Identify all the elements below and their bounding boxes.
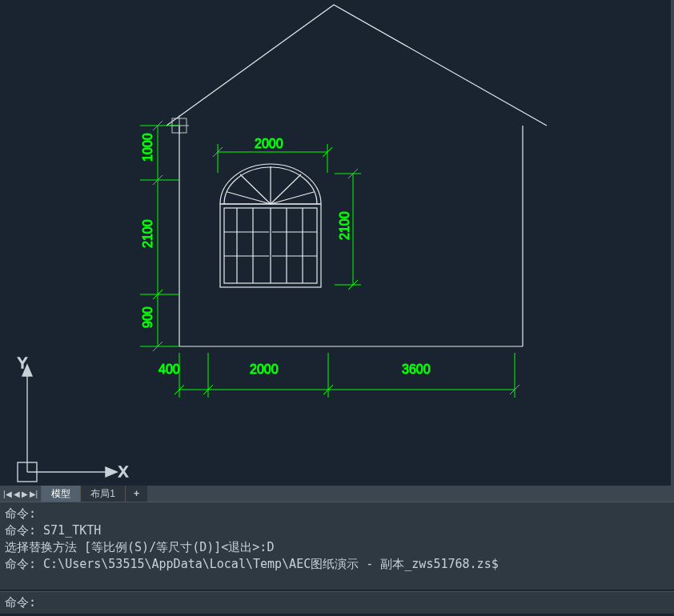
dim-left-stack: 1000 2100 900	[140, 121, 179, 351]
dim-top-width-value: 2000	[255, 137, 283, 150]
tab-add[interactable]: +	[125, 486, 147, 502]
cmd-line-2: 命令: S71_TKTH	[5, 522, 669, 539]
command-history: 命令: 命令: S71_TKTH 选择替换方法 [等比例(S)/等尺寸(D)]<…	[0, 502, 674, 590]
tab-nav: |◀ ◀ ▶ ▶|	[0, 486, 41, 502]
drawing-canvas[interactable]: 2000 2100 1000	[0, 0, 674, 486]
dim-left-middle-value: 2100	[141, 219, 154, 248]
dim-left-lower-value: 900	[141, 306, 154, 328]
layout-tabbar: |◀ ◀ ▶ ▶| 模型 布局1 +	[0, 486, 674, 502]
ucs-icon: Y X	[18, 355, 128, 482]
tab-model[interactable]: 模型	[41, 486, 80, 502]
window-block	[220, 164, 321, 287]
viewport-scrollbar[interactable]	[671, 0, 674, 486]
tab-nav-prev-icon[interactable]: ◀	[14, 490, 20, 498]
tab-add-label: +	[134, 488, 139, 499]
command-input[interactable]: 命令:	[0, 591, 674, 614]
tab-nav-last-icon[interactable]: ▶|	[30, 490, 38, 498]
dim-bottom-chain: 400 2000 3600	[158, 353, 520, 398]
house-outline	[166, 5, 547, 346]
cmd-line-4: 命令: C:\Users\53515\AppData\Local\Temp\AE…	[5, 556, 669, 573]
axis-y-label: Y	[18, 355, 27, 371]
cad-viewport[interactable]: 2000 2100 1000	[0, 0, 674, 486]
cmd-line-1: 命令:	[5, 506, 669, 522]
dim-bottom-a-value: 400	[158, 362, 180, 376]
dim-right-height: 2100	[335, 169, 361, 290]
tab-model-label: 模型	[51, 487, 70, 501]
tab-nav-next-icon[interactable]: ▶	[22, 490, 28, 498]
axis-x-label: X	[118, 464, 128, 480]
cmd-line-3: 选择替换方法 [等比例(S)/等尺寸(D)]<退出>:D	[5, 539, 669, 556]
snap-marker	[170, 115, 189, 134]
dimensions: 2000 2100 1000	[140, 121, 520, 398]
command-prompt-label: 命令:	[5, 595, 36, 610]
tab-layout1-label: 布局1	[90, 487, 115, 501]
dim-right-value: 2100	[338, 211, 351, 240]
dim-bottom-b-value: 2000	[250, 362, 279, 376]
tab-layout1[interactable]: 布局1	[80, 486, 125, 502]
dim-bottom-c-value: 3600	[402, 362, 431, 376]
tab-nav-first-icon[interactable]: |◀	[3, 490, 12, 498]
svg-marker-54	[106, 467, 117, 477]
dim-left-upper-value: 1000	[141, 133, 154, 162]
